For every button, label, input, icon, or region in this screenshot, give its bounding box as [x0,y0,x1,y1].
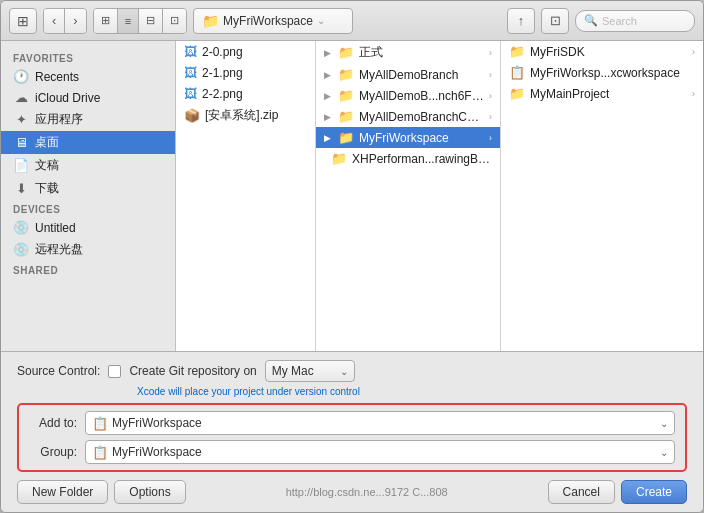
sidebar-label-downloads: 下载 [35,180,59,197]
group-chevron-icon: ⌄ [660,447,668,458]
group-folder-icon: 📋 [92,445,108,460]
list-item[interactable]: ▶ 📁 MyAllDemoBranchCheck › [316,106,500,127]
file-name: MyMainProject [530,87,609,101]
add-to-label: Add to: [29,416,77,430]
list-item[interactable]: 🖼 2-0.png [176,41,315,62]
group-dropdown[interactable]: 📋 MyFriWorkspace ⌄ [85,440,675,464]
folder-icon: 📁 [509,44,525,59]
search-icon: 🔍 [584,14,598,27]
list-view-button[interactable]: ≡ [118,9,139,33]
add-to-value: MyFriWorkspace [112,416,202,430]
path-bar[interactable]: 📁 MyFriWorkspace ⌄ [193,8,353,34]
icon-view-button[interactable]: ⊞ [94,9,118,33]
list-item[interactable]: 🖼 2-1.png [176,62,315,83]
create-git-label: Create Git repository on [129,364,256,378]
create-button[interactable]: Create [621,480,687,504]
chevron-right-icon: › [489,91,492,101]
file-name: MyAllDemoBranchCheck [359,110,484,124]
nav-buttons: ‹ › [43,8,87,34]
file-name: 2-2.png [202,87,243,101]
view-toggle: ⊞ ≡ ⊟ ⊡ [93,8,187,34]
git-checkbox[interactable] [108,365,121,378]
folder-icon: 📁 [338,67,354,82]
source-control-row: Source Control: Create Git repository on… [17,360,687,382]
file-area: 🖼 2-0.png 🖼 2-1.png 🖼 2-2.png 📦 [安卓系统].z… [176,41,703,351]
list-item[interactable]: 🖼 2-2.png [176,83,315,104]
file-column-1: 🖼 2-0.png 🖼 2-1.png 🖼 2-2.png 📦 [安卓系统].z… [176,41,316,351]
share-button[interactable]: ↑ [507,8,535,34]
sidebar-item-desktop[interactable]: 🖥 桌面 [1,131,175,154]
file-name: MyAllDemoB...nch6FristSDK [359,89,484,103]
sidebar-item-downloads[interactable]: ⬇ 下载 [1,177,175,200]
list-item[interactable]: ▶ 📁 MyFriWorkspace › [316,127,500,148]
path-chevron-icon: ⌄ [317,15,325,26]
remote-icon: 💿 [13,242,29,257]
bottom-buttons: New Folder Options http://blog.csdn.ne..… [17,480,687,504]
search-box[interactable]: 🔍 Search [575,10,695,32]
mac-option-label: My Mac [272,364,314,378]
window-button[interactable]: ⊡ [541,8,569,34]
sidebar-toggle-button[interactable]: ⊞ [9,8,37,34]
file-icon: 🖼 [184,86,197,101]
chevron-right-icon: › [489,48,492,58]
gallery-view-button[interactable]: ⊡ [163,9,186,33]
options-button[interactable]: Options [114,480,185,504]
add-to-dropdown[interactable]: 📋 MyFriWorkspace ⌄ [85,411,675,435]
list-item[interactable]: 📦 [安卓系统].zip [176,104,315,127]
list-item[interactable]: 📋 MyFriWorksp...xcworkspace [501,62,703,83]
file-icon: 🖼 [184,65,197,80]
cancel-button[interactable]: Cancel [548,480,615,504]
sidebar-label-recents: Recents [35,70,79,84]
sidebar-item-recents[interactable]: 🕐 Recents [1,66,175,87]
options-box: Add to: 📋 MyFriWorkspace ⌄ Group: 📋 MyFr… [17,403,687,472]
mac-dropdown[interactable]: My Mac ⌄ [265,360,355,382]
dropdown-chevron-icon: ⌄ [340,366,348,377]
file-name: 正式 [359,44,383,61]
folder-icon: 📁 [202,13,219,29]
add-to-row: Add to: 📋 MyFriWorkspace ⌄ [29,411,675,435]
forward-button[interactable]: › [65,9,85,33]
folder-icon: 📁 [338,88,354,103]
list-item[interactable]: 📁 XHPerforman...rawingBoard [316,148,500,169]
list-item[interactable]: ▶ 📁 MyAllDemoB...nch6FristSDK › [316,85,500,106]
add-to-chevron-icon: ⌄ [660,418,668,429]
list-item[interactable]: ▶ 📁 MyAllDemoBranch › [316,64,500,85]
documents-icon: 📄 [13,158,29,173]
disk-icon: 💿 [13,220,29,235]
list-item[interactable]: 📁 MyMainProject › [501,83,703,104]
file-name: MyFriWorkspace [359,131,449,145]
list-item[interactable]: ▶ 📁 正式 › [316,41,500,64]
group-label: Group: [29,445,77,459]
sidebar-item-documents[interactable]: 📄 文稿 [1,154,175,177]
list-item[interactable]: 📁 MyFriSDK › [501,41,703,62]
sidebar-label-documents: 文稿 [35,157,59,174]
bottom-left-buttons: New Folder Options [17,480,186,504]
sidebar-item-remote[interactable]: 💿 远程光盘 [1,238,175,261]
chevron-right-icon: › [692,89,695,99]
path-folder-name: MyFriWorkspace [223,14,313,28]
folder-icon: 📁 [509,86,525,101]
file-column-3: 📁 MyFriSDK › 📋 MyFriWorksp...xcworkspace… [501,41,703,351]
sidebar-item-icloud[interactable]: ☁ iCloud Drive [1,87,175,108]
finder-window: ⊞ ‹ › ⊞ ≡ ⊟ ⊡ 📁 MyFriWorkspace ⌄ ↑ ⊡ 🔍 S… [0,0,704,513]
file-name: MyAllDemoBranch [359,68,458,82]
new-folder-button[interactable]: New Folder [17,480,108,504]
toolbar: ⊞ ‹ › ⊞ ≡ ⊟ ⊡ 📁 MyFriWorkspace ⌄ ↑ ⊡ 🔍 S… [1,1,703,41]
sidebar-item-untitled[interactable]: 💿 Untitled [1,217,175,238]
sidebar-item-apps[interactable]: ✦ 应用程序 [1,108,175,131]
apps-icon: ✦ [13,112,29,127]
add-to-folder-icon: 📋 [92,416,108,431]
sidebar-label-untitled: Untitled [35,221,76,235]
file-name: MyFriSDK [530,45,585,59]
chevron-right-icon: › [489,112,492,122]
folder-icon: 📁 [331,151,347,166]
file-name: XHPerforman...rawingBoard [352,152,492,166]
bottom-panel: Source Control: Create Git repository on… [1,351,703,512]
group-row: Group: 📋 MyFriWorkspace ⌄ [29,440,675,464]
column-view-button[interactable]: ⊟ [139,9,163,33]
downloads-icon: ⬇ [13,181,29,196]
chevron-right-icon: › [489,70,492,80]
folder-icon: 📁 [338,109,354,124]
sidebar-label-apps: 应用程序 [35,111,83,128]
back-button[interactable]: ‹ [44,9,65,33]
